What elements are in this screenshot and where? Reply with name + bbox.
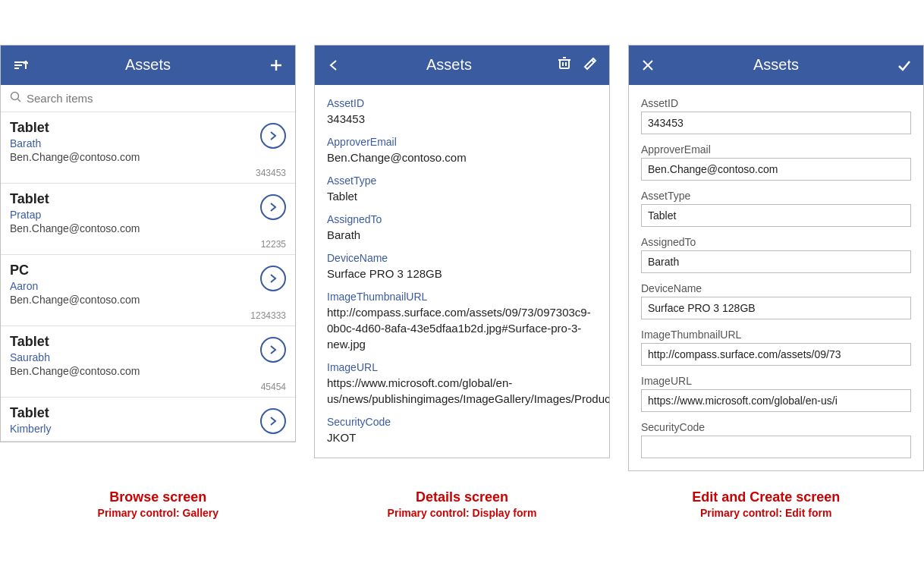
check-icon[interactable] [896, 57, 913, 74]
search-bar [1, 85, 295, 112]
edit-caption-sub: Primary control: Edit form [623, 507, 909, 519]
item-id: 12235 [10, 239, 286, 250]
details-field-label: AssetID [327, 97, 597, 109]
item-email: Ben.Change@contoso.com [10, 294, 260, 306]
sort-icon[interactable] [11, 57, 28, 74]
edit-field-label: AssetID [641, 97, 911, 109]
details-field-label: ApproverEmail [327, 136, 597, 148]
item-subtitle: Pratap [10, 209, 260, 221]
edit-caption: Edit and Create screen Primary control: … [623, 489, 909, 519]
edit-field-input[interactable] [641, 250, 911, 273]
gallery-item: Tablet Pratap Ben.Change@contoso.com 122… [1, 184, 295, 255]
details-caption-title: Details screen [319, 489, 605, 505]
item-title: Tablet [10, 405, 260, 421]
details-field-value: Ben.Change@contoso.com [327, 149, 597, 165]
details-title: Assets [342, 56, 556, 74]
item-title: Tablet [10, 120, 260, 136]
item-subtitle: Saurabh [10, 351, 260, 363]
details-field-label: DeviceName [327, 252, 597, 264]
details-field-value: JKOT [327, 429, 597, 445]
captions-container: Browse screen Primary control: Gallery D… [15, 489, 909, 519]
details-field-label: ImageThumbnailURL [327, 291, 597, 303]
edit-field-label: ImageThumbnailURL [641, 329, 911, 341]
close-icon[interactable] [640, 57, 656, 74]
item-arrow-button[interactable] [260, 123, 286, 149]
item-arrow-button[interactable] [260, 194, 286, 220]
gallery-item-content: Tablet Barath Ben.Change@contoso.com [10, 120, 260, 166]
add-icon[interactable] [268, 57, 284, 74]
details-field-value: Surface PRO 3 128GB [327, 266, 597, 282]
item-id: 343453 [10, 168, 286, 178]
item-title: PC [10, 263, 260, 278]
details-caption: Details screen Primary control: Display … [319, 489, 605, 519]
details-actions [556, 55, 599, 75]
edit-field-input[interactable] [641, 343, 911, 366]
screens-container: Assets Tablet Barath [0, 45, 924, 471]
details-header: Assets [315, 46, 609, 85]
edit-header: Assets [629, 46, 923, 85]
svg-point-6 [11, 92, 19, 99]
edit-field-input[interactable] [641, 297, 911, 319]
browse-header: Assets [1, 46, 295, 85]
gallery-list: Tablet Barath Ben.Change@contoso.com 343… [1, 112, 295, 442]
edit-field-input[interactable] [641, 204, 911, 227]
edit-body: AssetIDApproverEmailAssetTypeAssignedToD… [629, 85, 923, 470]
back-icon[interactable] [325, 57, 342, 74]
edit-field-input[interactable] [641, 389, 911, 412]
search-icon [10, 91, 22, 105]
item-email: Ben.Change@contoso.com [10, 151, 260, 163]
item-title: Tablet [10, 334, 260, 350]
edit-field-input[interactable] [641, 436, 911, 458]
svg-rect-8 [560, 60, 569, 68]
details-field-label: SecurityCode [327, 416, 597, 428]
browse-screen: Assets Tablet Barath [0, 45, 296, 442]
item-subtitle: Barath [10, 137, 260, 149]
gallery-item: PC Aaron Ben.Change@contoso.com 1234333 [1, 255, 295, 326]
details-field-label: ImageURL [327, 361, 597, 373]
edit-title: Assets [656, 56, 896, 74]
edit-field-label: AssetType [641, 190, 911, 202]
item-email: Ben.Change@contoso.com [10, 365, 260, 377]
search-input[interactable] [27, 92, 286, 105]
gallery-item: Tablet Barath Ben.Change@contoso.com 343… [1, 112, 295, 184]
edit-screen: Assets AssetIDApproverEmailAssetTypeAssi… [628, 45, 924, 471]
details-field-value: Tablet [327, 188, 597, 204]
gallery-item-content: PC Aaron Ben.Change@contoso.com [10, 263, 260, 309]
details-field-value: http://compass.surface.com/assets/09/73/… [327, 304, 597, 352]
item-subtitle: Kimberly [10, 423, 260, 435]
details-body: AssetID343453ApproverEmailBen.Change@con… [315, 85, 609, 458]
edit-field-label: ImageURL [641, 375, 911, 387]
item-email: Ben.Change@contoso.com [10, 222, 260, 234]
browse-caption: Browse screen Primary control: Gallery [15, 489, 301, 519]
svg-line-7 [18, 99, 21, 102]
gallery-item-content: Tablet Pratap Ben.Change@contoso.com [10, 191, 260, 237]
item-arrow-button[interactable] [260, 408, 286, 434]
details-field-label: AssignedTo [327, 213, 597, 225]
details-field-value: Barath [327, 227, 597, 243]
edit-caption-title: Edit and Create screen [623, 489, 909, 505]
item-subtitle: Aaron [10, 280, 260, 292]
details-field-value: https://www.microsoft.com/global/en-us/n… [327, 375, 597, 407]
edit-field-label: ApproverEmail [641, 143, 911, 156]
edit-field-label: DeviceName [641, 282, 911, 294]
delete-icon[interactable] [556, 55, 573, 75]
item-arrow-button[interactable] [260, 266, 286, 291]
details-field-value: 343453 [327, 111, 597, 127]
gallery-item: Tablet Kimberly [1, 398, 295, 442]
browse-caption-title: Browse screen [15, 489, 301, 505]
details-screen: Assets [314, 45, 610, 458]
details-field-label: AssetType [327, 175, 597, 187]
browse-title: Assets [28, 56, 268, 74]
item-id: 1234333 [10, 310, 286, 321]
svg-line-13 [592, 60, 594, 62]
item-arrow-button[interactable] [260, 337, 286, 363]
gallery-item-content: Tablet Kimberly [10, 405, 260, 436]
edit-field-input[interactable] [641, 158, 911, 181]
edit-field-label: SecurityCode [641, 421, 911, 433]
edit-icon[interactable] [582, 55, 599, 75]
gallery-item-content: Tablet Saurabh Ben.Change@contoso.com [10, 334, 260, 380]
item-title: Tablet [10, 191, 260, 207]
gallery-item: Tablet Saurabh Ben.Change@contoso.com 45… [1, 326, 295, 398]
details-caption-sub: Primary control: Display form [319, 507, 605, 519]
edit-field-input[interactable] [641, 112, 911, 134]
